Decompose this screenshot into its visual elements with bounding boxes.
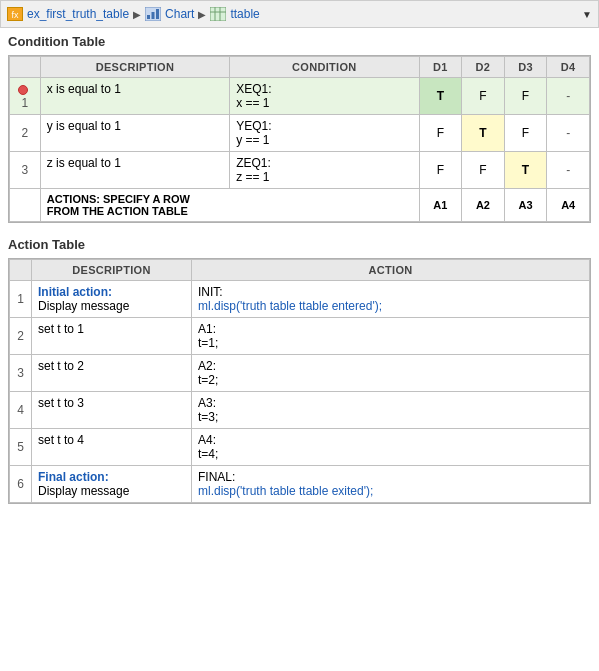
breadcrumb-bar: fx ex_first_truth_table ▶ Chart ▶ ttable… (0, 0, 599, 28)
cond-row3-d3: T (504, 152, 547, 189)
action-row3-num: 3 (10, 355, 32, 392)
action-row6-action: FINAL: ml.disp('truth table ttable exite… (192, 466, 590, 503)
action-row2-action-code: t=1; (198, 336, 218, 350)
cond-row3-cond-line2: z == 1 (236, 170, 269, 184)
cond-row2-d4: - (547, 115, 590, 152)
actions-a2: A2 (462, 189, 505, 222)
action-row1-desc: Initial action: Display message (32, 281, 192, 318)
actions-label-text: ACTIONS: SPECIFY A ROW FROM THE ACTION T… (47, 193, 190, 217)
cond-row1-d3: F (504, 78, 547, 115)
breadcrumb-sep-1: ▶ (133, 9, 141, 20)
condition-table: DESCRIPTION CONDITION D1 D2 D3 D4 1 x is… (9, 56, 590, 222)
cond-row2-num: 2 (10, 115, 41, 152)
action-row2-action-label: A1: (198, 322, 216, 336)
actions-empty-num (10, 189, 41, 222)
svg-rect-4 (210, 7, 226, 21)
col-header-d2: D2 (462, 57, 505, 78)
action-row-2: 2 set t to 1 A1: t=1; (10, 318, 590, 355)
action-row3-action-label: A2: (198, 359, 216, 373)
col-header-description: DESCRIPTION (40, 57, 229, 78)
cond-row3-desc: z is equal to 1 (40, 152, 229, 189)
svg-rect-2 (152, 12, 155, 19)
cond-row2-d1: F (419, 115, 462, 152)
cond-row3-num: 3 (10, 152, 41, 189)
main-content: Condition Table DESCRIPTION CONDITION D1… (0, 28, 599, 524)
action-row2-desc: set t to 1 (32, 318, 192, 355)
cond-row3-d2: F (462, 152, 505, 189)
action-table-title: Action Table (8, 237, 591, 252)
col-header-condition: CONDITION (230, 57, 419, 78)
action-row4-action: A3: t=3; (192, 392, 590, 429)
action-col-header-num (10, 260, 32, 281)
cond-row2-cond: YEQ1: y == 1 (230, 115, 419, 152)
actions-label-line1: ACTIONS: SPECIFY A ROW (47, 193, 190, 205)
actions-a3: A3 (504, 189, 547, 222)
col-header-d3: D3 (504, 57, 547, 78)
cond-row2-cond-line2: y == 1 (236, 133, 269, 147)
action-table-wrapper: DESCRIPTION ACTION 1 Initial action: Dis… (8, 258, 591, 504)
action-col-header-action: ACTION (192, 260, 590, 281)
action-row5-action-code: t=4; (198, 447, 218, 461)
action-row1-action-label: INIT: (198, 285, 223, 299)
actions-label-cell: ACTIONS: SPECIFY A ROW FROM THE ACTION T… (40, 189, 419, 222)
action-row-4: 4 set t to 3 A3: t=3; (10, 392, 590, 429)
condition-row-2: 2 y is equal to 1 YEQ1: y == 1 F T F - (10, 115, 590, 152)
action-row3-action-code: t=2; (198, 373, 218, 387)
action-row4-action-label: A3: (198, 396, 216, 410)
action-row5-action-label: A4: (198, 433, 216, 447)
cond-row1-num: 1 (10, 78, 41, 115)
breadcrumb-dropdown-button[interactable]: ▼ (582, 9, 592, 20)
breadcrumb-chart[interactable]: Chart (165, 7, 194, 21)
ttable-icon-group (210, 7, 226, 21)
cond-row1-d4: - (547, 78, 590, 115)
action-row-5: 5 set t to 4 A4: t=4; (10, 429, 590, 466)
action-table: DESCRIPTION ACTION 1 Initial action: Dis… (9, 259, 590, 503)
action-row-6: 6 Final action: Display message FINAL: m… (10, 466, 590, 503)
ttable-icon (210, 7, 226, 21)
action-row-3: 3 set t to 2 A2: t=2; (10, 355, 590, 392)
chart-icon (145, 7, 161, 21)
action-row3-desc: set t to 2 (32, 355, 192, 392)
cond-row2-desc: y is equal to 1 (40, 115, 229, 152)
action-row5-desc: set t to 4 (32, 429, 192, 466)
cond-row1-desc: x is equal to 1 (40, 78, 229, 115)
action-row1-action-code: ml.disp('truth table ttable entered'); (198, 299, 382, 313)
action-row4-action-code: t=3; (198, 410, 218, 424)
cond-row1-d1: T (419, 78, 462, 115)
condition-actions-row: ACTIONS: SPECIFY A ROW FROM THE ACTION T… (10, 189, 590, 222)
action-row6-label: Final action: (38, 470, 109, 484)
cond-row1-cond: XEQ1: x == 1 (230, 78, 419, 115)
action-row3-action: A2: t=2; (192, 355, 590, 392)
action-row6-sub: Display message (38, 484, 129, 498)
action-col-header-desc: DESCRIPTION (32, 260, 192, 281)
action-row6-num: 6 (10, 466, 32, 503)
action-row1-action: INIT: ml.disp('truth table ttable entere… (192, 281, 590, 318)
condition-row-1: 1 x is equal to 1 XEQ1: x == 1 T F F - (10, 78, 590, 115)
action-row5-action: A4: t=4; (192, 429, 590, 466)
action-row-1: 1 Initial action: Display message INIT: … (10, 281, 590, 318)
cond-row3-d4: - (547, 152, 590, 189)
action-row4-num: 4 (10, 392, 32, 429)
action-row4-desc: set t to 3 (32, 392, 192, 429)
cond-row2-d2: T (462, 115, 505, 152)
cond-row3-cond: ZEQ1: z == 1 (230, 152, 419, 189)
root-icon: fx (7, 7, 23, 21)
breadcrumb-sep-2: ▶ (198, 9, 206, 20)
action-row5-num: 5 (10, 429, 32, 466)
breadcrumb-root[interactable]: ex_first_truth_table (27, 7, 129, 21)
svg-rect-1 (147, 15, 150, 19)
action-row2-action: A1: t=1; (192, 318, 590, 355)
cond-row1-cond-line1: XEQ1: (236, 82, 271, 96)
svg-rect-3 (156, 9, 159, 19)
col-header-d4: D4 (547, 57, 590, 78)
action-row1-num: 1 (10, 281, 32, 318)
breadcrumb-ttable[interactable]: ttable (230, 7, 259, 21)
cond-row2-d3: F (504, 115, 547, 152)
cond-row2-cond-line1: YEQ1: (236, 119, 271, 133)
actions-a1: A1 (419, 189, 462, 222)
action-row6-action-code: ml.disp('truth table ttable exited'); (198, 484, 373, 498)
col-header-num (10, 57, 41, 78)
cond-row1-cond-line2: x == 1 (236, 96, 269, 110)
condition-table-title: Condition Table (8, 34, 591, 49)
cond-row3-d1: F (419, 152, 462, 189)
